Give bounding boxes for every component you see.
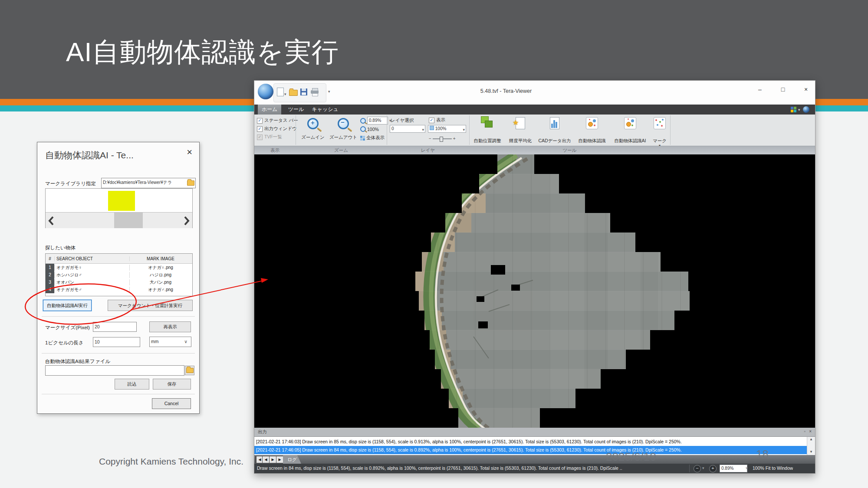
fit-to-window-label[interactable]: 100% Fit to Window bbox=[753, 465, 793, 471]
unit-value: mm bbox=[151, 339, 159, 344]
chevron-down-icon[interactable]: ▾ bbox=[702, 466, 704, 470]
close-button[interactable]: × bbox=[799, 86, 812, 93]
layer-select-dropdown[interactable]: 0 ▾ bbox=[390, 125, 425, 133]
mark-button[interactable]: マーク ▼ bbox=[651, 116, 668, 144]
run-ai-recognition-button[interactable]: 自動物体認識AI実行 bbox=[43, 300, 92, 311]
prev-tab-icon[interactable]: ◀ bbox=[262, 456, 270, 463]
slider-thumb[interactable] bbox=[440, 137, 443, 142]
minimize-button[interactable]: – bbox=[753, 86, 766, 93]
map-canvas[interactable] bbox=[254, 154, 815, 428]
unit-select[interactable]: mm ∨ bbox=[149, 337, 191, 347]
pixel-length-label: 1ピクセルの長さ bbox=[45, 340, 84, 346]
tab-home[interactable]: ホーム bbox=[258, 105, 281, 115]
log-tab[interactable]: ログ bbox=[283, 455, 301, 464]
save-button[interactable]: 保存 bbox=[153, 379, 191, 390]
layer-select-label: レイヤ選択 bbox=[391, 118, 414, 124]
row-image: ハジロ.png bbox=[129, 272, 191, 278]
statusbar-toggle[interactable]: ✓ ステータス バー bbox=[257, 118, 298, 124]
slide-title: AI自動物体認識を実行 bbox=[66, 34, 339, 70]
auto-position-button[interactable]: 自動位置調整 bbox=[470, 116, 504, 144]
zoom-in-button[interactable]: + bbox=[709, 465, 717, 472]
dialog-close-icon[interactable]: × bbox=[187, 147, 192, 158]
zoom-out-button[interactable]: ズームアウト bbox=[328, 117, 358, 141]
layer-display-toggle[interactable]: ✓ 表示 bbox=[429, 117, 445, 123]
window-title: 5.48.tvf - Tera-Viewer bbox=[254, 88, 758, 94]
divider bbox=[42, 353, 195, 354]
maximize-button[interactable]: □ bbox=[776, 86, 789, 93]
cad-export-button[interactable]: CADデータ出力 bbox=[536, 116, 573, 144]
brightness-average-button[interactable]: 輝度平均化 bbox=[506, 116, 535, 144]
table-row[interactable]: 1 オナガガモ♀ オナガ♀.png bbox=[46, 264, 192, 271]
table-row[interactable]: 4 オナガガモ♂ オナガ♂.png bbox=[46, 286, 192, 293]
magnifier-icon bbox=[360, 118, 366, 124]
output-close-icon[interactable]: × bbox=[809, 429, 812, 434]
opacity-icon bbox=[430, 126, 434, 130]
scroll-left-icon[interactable] bbox=[48, 216, 55, 226]
mark-count-button[interactable]: マークカウント・位置計算実行 bbox=[108, 300, 193, 311]
scroll-right-icon[interactable] bbox=[183, 216, 190, 226]
aerial-mosaic-image bbox=[254, 154, 815, 428]
result-browse-button[interactable] bbox=[185, 366, 194, 375]
slide-page-number: 18 bbox=[756, 448, 769, 461]
layer-opacity-dropdown[interactable]: 100% ▾ bbox=[428, 125, 466, 133]
ribbon: ✓ ステータス バー ✓ 出力ウィンドウ ✓ TVF一覧 ズームイン ズームアウ… bbox=[254, 115, 815, 154]
zoom-out-label: ズームアウト bbox=[328, 134, 358, 141]
output-tab-strip: ◀ ◀ ▶ ▶ ログ bbox=[254, 455, 815, 464]
check-icon: ✓ bbox=[257, 134, 263, 140]
mark-library-path-field[interactable]: D:¥doc¥kamiens¥Tera-Viewer¥テラ bbox=[101, 178, 196, 188]
pixel-length-input[interactable]: 10 bbox=[93, 337, 140, 347]
scroll-down-icon[interactable]: ▼ bbox=[807, 450, 815, 454]
log-line[interactable]: [2021-02-21 17:46:03] Draw screen in 85 … bbox=[254, 438, 809, 446]
tab-cache[interactable]: キャッシュ bbox=[311, 105, 339, 115]
zoom-percent-value: 0.89% bbox=[367, 117, 388, 124]
zoom-100-label: 100% bbox=[367, 127, 379, 132]
output-window-toggle[interactable]: ✓ 出力ウィンドウ bbox=[257, 126, 297, 132]
divider bbox=[42, 316, 195, 317]
chevron-down-icon[interactable]: ▾ bbox=[746, 466, 748, 470]
mark-size-input[interactable]: 20 bbox=[93, 322, 137, 332]
status-zoom-value[interactable]: 0.89% bbox=[720, 465, 747, 472]
load-button[interactable]: 読込 bbox=[115, 379, 149, 390]
chevron-down-icon: ▾ bbox=[463, 126, 465, 133]
browse-folder-icon[interactable] bbox=[187, 180, 194, 186]
mark-scroll-thumb[interactable] bbox=[114, 213, 143, 228]
display-group-label: 表示 bbox=[254, 147, 296, 154]
mark-scrollbar bbox=[46, 212, 192, 228]
table-row[interactable]: 3 オオバン 大バン.png bbox=[46, 278, 192, 286]
status-message: Draw screen in 84 ms, disp size is (1158… bbox=[257, 465, 684, 471]
output-float-icon[interactable]: ▫ bbox=[804, 429, 806, 434]
layer-value: 0 bbox=[391, 126, 394, 131]
log-line-selected[interactable]: [2021-02-21 17:46:05] Draw screen in 84 … bbox=[254, 446, 809, 454]
row-num: 4 bbox=[46, 286, 54, 293]
tvf-list-toggle[interactable]: ✓ TVF一覧 bbox=[257, 134, 282, 140]
object-recognition-ai-button[interactable]: 自動物体認識AI bbox=[611, 116, 649, 144]
result-file-input[interactable] bbox=[45, 365, 184, 376]
group-separator bbox=[387, 115, 387, 145]
zoom-100-button[interactable]: 100% bbox=[360, 126, 379, 132]
opacity-slider[interactable]: − + bbox=[429, 136, 456, 141]
copyright-text: Copyright Kamiens Technology, Inc. bbox=[99, 456, 243, 467]
divider bbox=[689, 465, 690, 472]
object-recognition-button[interactable]: 自動物体認識 bbox=[575, 116, 609, 144]
zoom-in-icon bbox=[307, 118, 319, 129]
layout-grid-icon[interactable] bbox=[791, 107, 796, 112]
help-icon[interactable] bbox=[803, 106, 809, 113]
next-tab-icon[interactable]: ▶ bbox=[269, 456, 276, 463]
zoom-in-button[interactable]: ズームイン bbox=[299, 117, 326, 141]
layer-group-label: レイヤ bbox=[387, 147, 469, 154]
zoom-out-button[interactable]: − bbox=[694, 465, 701, 472]
dialog-title: 自動物体認識AI - Te... bbox=[45, 149, 134, 161]
selected-mark-swatch[interactable] bbox=[108, 191, 135, 211]
cad-export-icon bbox=[550, 117, 559, 129]
redisplay-button[interactable]: 再表示 bbox=[149, 321, 191, 332]
table-row[interactable]: 2 ホシハジロ♂ ハジロ.png bbox=[46, 271, 192, 278]
cancel-button[interactable]: Cancel bbox=[152, 398, 191, 409]
grid-caret-icon[interactable]: ▾ bbox=[798, 108, 800, 112]
tab-tools[interactable]: ツール bbox=[285, 105, 307, 115]
scroll-up-icon[interactable]: ▲ bbox=[807, 437, 815, 441]
fit-all-button[interactable]: 全体表示 bbox=[360, 135, 385, 141]
zoom-in-label: ズームイン bbox=[299, 134, 326, 141]
row-object: オナガガモ♂ bbox=[54, 287, 129, 293]
search-object-table[interactable]: # SEARCH OBJECT MARK IMAGE 1 オナガガモ♀ オナガ♀… bbox=[45, 253, 193, 296]
log-scrollbar[interactable]: ▲ ▼ bbox=[807, 437, 815, 455]
